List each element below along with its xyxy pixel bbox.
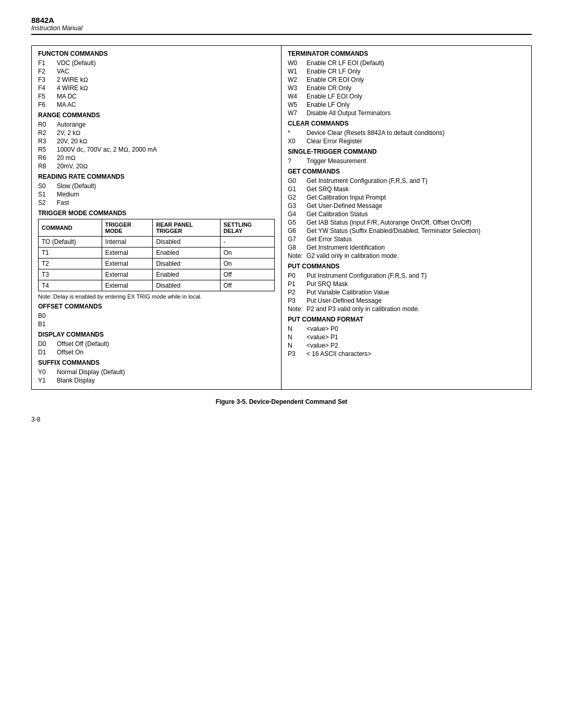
single-trigger-command-heading: SINGLE-TRIGGER COMMAND (288, 148, 525, 155)
list-item: F32 WIRE kΩ (38, 76, 275, 83)
list-item: R51000V dc, 700V ac, 2 MΩ, 2000 mA (38, 146, 275, 153)
list-item: P3< 16 ASCII characters> (288, 350, 525, 357)
list-item: W5Enable LF Only (288, 101, 525, 108)
left-column: FUNCTON COMMANDS F1VDC (Default) F2VAC F… (32, 46, 282, 389)
trigger-mode-table: COMMAND TRIGGERMODE REAR PANELTRIGGER SE… (38, 219, 275, 291)
list-item: R820mV, 20Ω (38, 163, 275, 170)
table-row: T3 External Enabled Off (39, 269, 275, 280)
list-item: R0Autorange (38, 121, 275, 128)
list-item: S1Medium (38, 191, 275, 198)
list-item: F44 WIRE kΩ (38, 84, 275, 92)
list-item: F1VDC (Default) (38, 59, 275, 67)
list-item: B1 (38, 320, 275, 328)
list-item: W1Enable CR LF Only (288, 68, 525, 75)
trigger-col-command: COMMAND (39, 219, 102, 237)
list-item: Note:G2 valid only in calibration mode. (288, 252, 525, 260)
page-number: 3-8 (31, 416, 532, 423)
trigger-col-rear: REAR PANELTRIGGER (153, 219, 220, 237)
table-row: TO (Default) Internal Disabled - (39, 237, 275, 248)
terminator-commands-heading: TERMINATOR COMMANDS (288, 50, 525, 57)
table-row: T1 External Enabled On (39, 248, 275, 258)
list-item: P1Put SRQ Mask (288, 280, 525, 288)
list-item: N<value> P1 (288, 334, 525, 341)
page-header: 8842A Instruction Manual (31, 16, 532, 35)
list-item: R620 mΩ (38, 154, 275, 162)
display-commands-heading: DISPLAY COMMANDS (38, 331, 275, 338)
put-commands-heading: PUT COMMANDS (288, 263, 525, 270)
list-item: *Device Clear (Resets 8842A to default c… (288, 129, 525, 137)
list-item: F5MA DC (38, 93, 275, 100)
list-item: Y0Normal Display (Default) (38, 368, 275, 376)
content-columns: FUNCTON COMMANDS F1VDC (Default) F2VAC F… (32, 46, 531, 389)
list-item: F6MA AC (38, 101, 275, 108)
list-item: G2Get Calibration Input Prompt (288, 194, 525, 201)
list-item: S0Slow (Default) (38, 182, 275, 190)
get-commands-heading: GET COMMANDS (288, 168, 525, 175)
list-item: W0Enable CR LF EOI (Default) (288, 59, 525, 67)
trigger-col-mode: TRIGGERMODE (102, 219, 153, 237)
list-item: X0Clear Error Register (288, 138, 525, 145)
list-item: P3Put User-Defined Message (288, 297, 525, 304)
trigger-col-settling: SETTLINGDELAY (220, 219, 274, 237)
clear-commands-heading: CLEAR COMMANDS (288, 120, 525, 127)
table-row: T4 External Disabled Off (39, 280, 275, 291)
list-item: S2Fast (38, 199, 275, 206)
list-item: F2VAC (38, 68, 275, 75)
list-item: G7Get Error Status (288, 236, 525, 243)
document-subtitle: Instruction Manual (31, 24, 532, 32)
list-item: W2Enable CR EOI Only (288, 76, 525, 83)
functon-commands-heading: FUNCTON COMMANDS (38, 50, 275, 57)
figure-caption: Figure 3-5. Device-Dependent Command Set (31, 398, 532, 405)
list-item: W3Enable CR Only (288, 84, 525, 92)
list-item: G3Get User-Defined Message (288, 202, 525, 209)
list-item: Y1Blank Display (38, 377, 275, 384)
list-item: P2Put Variable Calibration Value (288, 289, 525, 296)
trigger-mode-commands-heading: TRIGGER MODE COMMANDS (38, 209, 275, 217)
list-item: G1Get SRQ Mask (288, 186, 525, 193)
main-content-table: FUNCTON COMMANDS F1VDC (Default) F2VAC F… (31, 45, 532, 390)
list-item: R320V, 20 kΩ (38, 138, 275, 145)
suffix-commands-heading: SUFFIX COMMANDS (38, 359, 275, 366)
range-commands-heading: RANGE COMMANDS (38, 112, 275, 119)
list-item: G8Get Instrument Identification (288, 244, 525, 251)
list-item: G6Get YW Status (Suffix Enabled/Disabled… (288, 227, 525, 235)
page: 8842A Instruction Manual FUNCTON COMMAND… (0, 0, 563, 728)
list-item: R22V, 2 kΩ (38, 129, 275, 137)
list-item: G4Get Calibration Status (288, 211, 525, 218)
table-row: T2 External Disabled On (39, 258, 275, 269)
list-item: W4Enable LF EOI Only (288, 93, 525, 100)
put-command-format-heading: PUT COMMAND FORMAT (288, 316, 525, 323)
reading-rate-commands-heading: READING RATE COMMANDS (38, 173, 275, 180)
list-item: ?Trigger Measurement (288, 157, 525, 165)
list-item: D0Offset Off (Default) (38, 340, 275, 348)
list-item: Note:P2 and P3 valid only in calibration… (288, 305, 525, 313)
list-item: G5Get IAB Status (input F/R, Autorange O… (288, 219, 525, 226)
offset-commands-heading: OFFSET COMMANDS (38, 303, 275, 310)
trigger-note: Note: Delay is enabled by entering EX TR… (38, 293, 275, 300)
list-item: N<value> P0 (288, 325, 525, 332)
list-item: B0 (38, 312, 275, 319)
list-item: W7Disable All Output Terminators (288, 109, 525, 117)
list-item: D1Offset On (38, 349, 275, 356)
list-item: N<value> P2 (288, 342, 525, 349)
list-item: G0Get Instrument Configuration (F,R,S, a… (288, 177, 525, 184)
right-column: TERMINATOR COMMANDS W0Enable CR LF EOI (… (282, 46, 531, 389)
document-title: 8842A (31, 16, 532, 24)
list-item: P0Put Instrument Configuration (F,R,S, a… (288, 272, 525, 279)
